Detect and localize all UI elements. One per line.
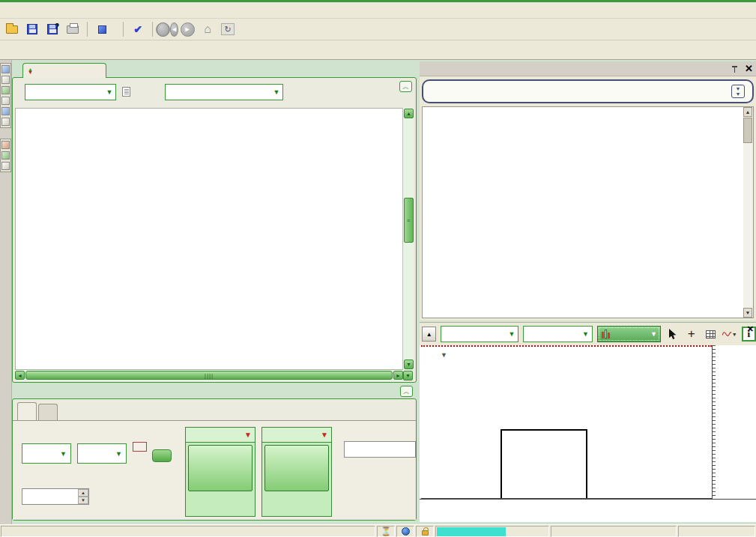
side-toolbar-button[interactable] (1, 86, 10, 94)
grid-icon (706, 330, 716, 339)
account-report-icon[interactable] (122, 87, 130, 97)
side-toolbar-group (0, 63, 11, 128)
news-scrollbar[interactable]: ▲ ▼ (743, 106, 754, 318)
main-tab-bar (0, 40, 756, 60)
news-title-bar: ✕ (420, 61, 756, 76)
news-panel: ✕ ▼▼ ▲ ▼ (420, 61, 756, 321)
chart-style-select[interactable]: ▼ (597, 326, 661, 342)
chart-tooltip (501, 429, 587, 499)
save-button[interactable] (23, 21, 41, 37)
quote-table (15, 108, 403, 370)
tab-pending-order[interactable] (38, 404, 58, 420)
quote-table-vscrollbar[interactable]: ▲ ≡ ▼ (402, 108, 414, 370)
spin-up-icon[interactable]: ▲ (78, 489, 88, 497)
cursor-arrow-icon (668, 329, 677, 340)
quote-collapse-button[interactable]: ︿ (399, 81, 412, 92)
pause-trading-button[interactable] (93, 21, 111, 37)
home-button[interactable]: ⌂ (199, 21, 217, 37)
side-toolbar-button[interactable] (1, 107, 10, 115)
down-arrow-icon: ▼ (244, 431, 252, 439)
scroll-thumb[interactable] (743, 118, 752, 143)
quote-table-hscrollbar[interactable]: ◄ |||| ► (15, 370, 403, 380)
scroll-down-button[interactable]: ▼ (743, 308, 752, 318)
side-toolbar-button[interactable] (1, 97, 10, 105)
open-button[interactable] (3, 21, 21, 37)
chevron-down-icon: ▼ (509, 330, 518, 338)
chart-symbol-select[interactable]: ▼ (441, 326, 518, 342)
chart-collapse-button[interactable]: ▲ (422, 327, 436, 342)
chevron-down-icon: ▼ (60, 450, 70, 458)
quote-expand-button[interactable]: ▼ (402, 370, 414, 380)
chart-close-icon[interactable]: ✕ (747, 324, 754, 334)
pin-icon[interactable] (731, 65, 739, 73)
menu-bar (0, 2, 756, 19)
trade-panel-title: ︿ (12, 384, 417, 398)
trade-panel: ︿ ▼ ▼ ▼ (12, 384, 417, 522)
quote-trade-tab[interactable]: ▲▼ (22, 63, 106, 78)
quote-currency-select[interactable]: ▼ (77, 443, 127, 464)
scroll-down-button[interactable]: ▼ (404, 359, 414, 369)
chevron-down-icon: ▼ (403, 371, 413, 380)
more-options-button[interactable] (152, 449, 172, 462)
save-as-button[interactable]: ? (43, 21, 61, 37)
scroll-left-button[interactable]: ◄ (15, 371, 25, 380)
back-button[interactable]: ◄ (158, 21, 176, 37)
chart-x-axis (420, 499, 756, 523)
status-message-cell (1, 526, 375, 537)
grid-toggle-button[interactable] (703, 327, 717, 342)
side-toolbar-button[interactable] (1, 118, 10, 126)
close-icon[interactable]: ✕ (745, 63, 753, 74)
status-bar: ⏳ (0, 524, 756, 537)
expand-chevrons-button[interactable]: ▼▼ (731, 85, 745, 98)
side-toolbar-button[interactable] (1, 76, 10, 84)
trade-tabs (17, 402, 59, 420)
side-toolbar-button[interactable] (1, 162, 10, 170)
account-select[interactable]: ▼ (25, 84, 116, 100)
scroll-up-button[interactable]: ▲ (743, 107, 752, 117)
settlement-date-value[interactable] (344, 441, 416, 458)
side-toolbar (0, 60, 12, 524)
chevron-down-icon: ▼ (115, 450, 126, 458)
tab-spot-trade[interactable] (17, 402, 37, 420)
scroll-thumb[interactable]: ≡ (404, 198, 414, 243)
scroll-thumb[interactable]: |||| (25, 371, 393, 380)
status-empty-cell (678, 526, 755, 537)
mode-badge (437, 527, 506, 536)
chart-panel: ▲ ▼ ▼ ▼ + ▼ i ✕ ▼ (420, 322, 756, 522)
amount-stepper[interactable]: ▲▼ (22, 488, 89, 505)
save-icon (27, 24, 37, 34)
ask-box-header: ▼ (262, 428, 331, 443)
base-currency-select[interactable]: ▼ (22, 443, 71, 464)
toolbar: ? ✔ ◄ ► ⌂ ↻ (0, 19, 756, 40)
globe-icon (402, 527, 410, 536)
pointer-tool-button[interactable] (665, 327, 680, 342)
confirm-button[interactable]: ✔ (129, 21, 147, 37)
new-product-select[interactable]: ▼ (165, 84, 283, 100)
crosshair-tool-button[interactable]: + (684, 327, 698, 342)
side-toolbar-button[interactable] (1, 141, 10, 149)
status-hourglass-cell: ⏳ (377, 526, 395, 537)
trade-collapse-button[interactable]: ︿ (400, 386, 413, 397)
sell-button[interactable] (188, 445, 252, 491)
status-connection-cell (396, 526, 414, 537)
side-toolbar-group (0, 139, 11, 172)
side-toolbar-button[interactable] (1, 151, 10, 160)
open-folder-icon (6, 25, 18, 34)
chart-plot[interactable]: ▼ (421, 345, 712, 499)
print-button[interactable] (64, 21, 82, 37)
spin-buttons[interactable]: ▲▼ (78, 489, 88, 504)
side-toolbar-button[interactable] (1, 65, 10, 73)
scroll-up-button[interactable]: ▲ (404, 109, 414, 118)
hourglass-icon: ⏳ (381, 527, 391, 536)
chart-interval-select[interactable]: ▼ (523, 326, 593, 342)
chart-symbol-label[interactable]: ▼ (441, 349, 447, 359)
chart-toolbar: ▲ ▼ ▼ ▼ + ▼ i ✕ (420, 323, 756, 345)
news-list[interactable] (422, 106, 743, 318)
refresh-button[interactable]: ↻ (219, 21, 237, 37)
trade-panel-body: ▼ ▼ ▼ ▼ (12, 398, 417, 521)
indicator-tool-button[interactable]: ▼ (722, 327, 737, 342)
spin-down-icon[interactable]: ▼ (78, 497, 88, 504)
forward-button[interactable]: ► (178, 21, 196, 37)
buy-button[interactable] (264, 445, 329, 491)
ask-box: ▼ (261, 427, 332, 517)
